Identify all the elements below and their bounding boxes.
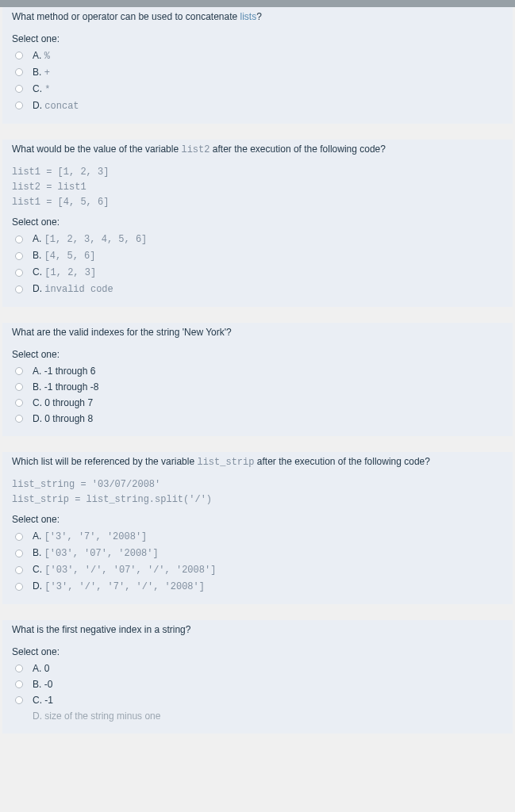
radio-icon[interactable]: [15, 102, 23, 109]
radio-icon[interactable]: [15, 269, 23, 277]
answer-option[interactable]: D. 0 through 8: [12, 411, 503, 427]
radio-icon[interactable]: [15, 383, 23, 391]
question-text-post: ?: [256, 11, 262, 22]
option-text: C. 0 through 7: [33, 397, 93, 408]
answer-option[interactable]: D. invalid code: [12, 281, 503, 297]
option-label: C.: [33, 266, 44, 278]
answer-option[interactable]: C. *: [12, 81, 503, 98]
option-code: [1, 2, 3]: [44, 267, 96, 278]
option-text: C. [1, 2, 3]: [33, 266, 96, 278]
radio-icon[interactable]: [15, 252, 23, 260]
question-text-code: list_strip: [197, 457, 254, 468]
radio-icon[interactable]: [15, 367, 23, 375]
question-block: What would be the value of the variable …: [2, 140, 513, 307]
code-block: list_string = '03/07/2008' list_strip = …: [12, 477, 503, 508]
option-label: B.: [33, 547, 44, 558]
option-label: D.: [33, 100, 44, 111]
answer-option[interactable]: D. ['3', '/', '7', '/', '2008']: [12, 578, 503, 595]
radio-icon[interactable]: [15, 236, 23, 243]
radio-icon[interactable]: [15, 85, 23, 93]
option-text: C. -1: [33, 695, 53, 706]
question-text: What are the valid indexes for the strin…: [12, 323, 503, 344]
answer-option[interactable]: C. 0 through 7: [12, 395, 503, 411]
option-text: A. [1, 2, 3, 4, 5, 6]: [33, 233, 147, 245]
option-label: B.: [33, 67, 44, 78]
radio-icon[interactable]: [15, 680, 23, 688]
answer-option[interactable]: A. [1, 2, 3, 4, 5, 6]: [12, 231, 503, 247]
option-text: D. 0 through 8: [33, 413, 93, 424]
radio-icon[interactable]: [15, 285, 23, 293]
question-block: What method or operator can be used to c…: [2, 7, 513, 124]
answer-option[interactable]: B. ['03', '07', '2008']: [12, 545, 503, 561]
option-code: [4, 5, 6]: [44, 251, 96, 262]
question-text-pre: What would be the value of the variable: [12, 144, 181, 155]
answer-option[interactable]: B. -0: [12, 676, 503, 692]
answer-option[interactable]: B. -1 through -8: [12, 379, 503, 395]
radio-icon[interactable]: [15, 665, 23, 672]
option-text: B. ['03', '07', '2008']: [33, 547, 159, 559]
option-label: A.: [33, 50, 44, 61]
option-label: A.: [33, 530, 44, 542]
option-text: C. ['03', '/', '07', '/', '2008']: [33, 564, 216, 576]
option-label: C.: [33, 83, 44, 94]
question-text-post: after the execution of the following cod…: [209, 144, 385, 155]
option-label: A.: [33, 233, 44, 244]
option-code: ['03', '07', '2008']: [44, 548, 159, 559]
option-code: ['3', '/', '7', '/', '2008']: [44, 581, 205, 592]
option-code: +: [44, 67, 50, 79]
option-label: B.: [33, 250, 44, 261]
option-text: C. *: [33, 83, 51, 95]
option-text: D. concat: [33, 100, 79, 112]
answer-option[interactable]: A. ['3', '7', '2008']: [12, 528, 503, 545]
question-text-pre: What method or operator can be used to c…: [12, 11, 240, 22]
code-block: list1 = [1, 2, 3] list2 = list1 list1 = …: [12, 165, 503, 211]
radio-icon[interactable]: [15, 52, 23, 59]
radio-icon[interactable]: [15, 566, 23, 574]
radio-icon[interactable]: [15, 399, 23, 407]
answer-option[interactable]: A. 0: [12, 661, 503, 676]
option-code: concat: [44, 101, 79, 112]
option-text: A. %: [33, 50, 50, 62]
radio-icon[interactable]: [15, 696, 23, 704]
option-label: D.: [33, 580, 44, 592]
select-one-label: Select one:: [12, 216, 503, 228]
answer-option[interactable]: D. concat: [12, 98, 503, 114]
question-text-link: lists: [240, 11, 257, 22]
select-one-label: Select one:: [12, 646, 503, 657]
question-text-pre: Which list will be referenced by the var…: [12, 456, 197, 467]
option-code: %: [44, 51, 50, 62]
radio-icon[interactable]: [15, 583, 23, 591]
answer-option[interactable]: A. -1 through 6: [12, 363, 503, 379]
option-text: D. size of the string minus one: [33, 710, 160, 722]
option-code: ['03', '/', '07', '/', '2008']: [44, 565, 216, 576]
answer-option[interactable]: C. [1, 2, 3]: [12, 264, 503, 281]
option-label: C.: [33, 564, 44, 575]
option-label: D.: [33, 283, 44, 294]
option-text: B. -0: [33, 679, 52, 690]
answer-option[interactable]: D. size of the string minus one: [12, 708, 503, 724]
top-bar: [0, 0, 515, 7]
select-one-label: Select one:: [12, 514, 503, 525]
option-text: D. invalid code: [33, 283, 113, 295]
option-code: *: [44, 84, 50, 95]
option-text: B. +: [33, 67, 50, 79]
radio-icon[interactable]: [15, 415, 23, 423]
question-text: What method or operator can be used to c…: [12, 7, 503, 29]
question-text-post: after the execution of the following cod…: [254, 456, 429, 467]
option-text: B. [4, 5, 6]: [33, 250, 95, 262]
question-text: Which list will be referenced by the var…: [12, 452, 503, 474]
option-text: A. -1 through 6: [33, 366, 95, 377]
answer-option[interactable]: B. +: [12, 64, 503, 81]
select-one-label: Select one:: [12, 349, 503, 360]
radio-icon[interactable]: [15, 68, 23, 76]
question-block: What are the valid indexes for the strin…: [2, 323, 513, 436]
radio-icon[interactable]: [15, 550, 23, 557]
answer-option[interactable]: C. ['03', '/', '07', '/', '2008']: [12, 561, 503, 578]
answer-option[interactable]: B. [4, 5, 6]: [12, 247, 503, 264]
radio-icon[interactable]: [15, 533, 23, 541]
select-one-label: Select one:: [12, 33, 503, 44]
answer-option[interactable]: C. -1: [12, 692, 503, 708]
option-text: A. ['3', '7', '2008']: [33, 530, 147, 542]
option-text: B. -1 through -8: [33, 381, 98, 393]
answer-option[interactable]: A. %: [12, 48, 503, 64]
